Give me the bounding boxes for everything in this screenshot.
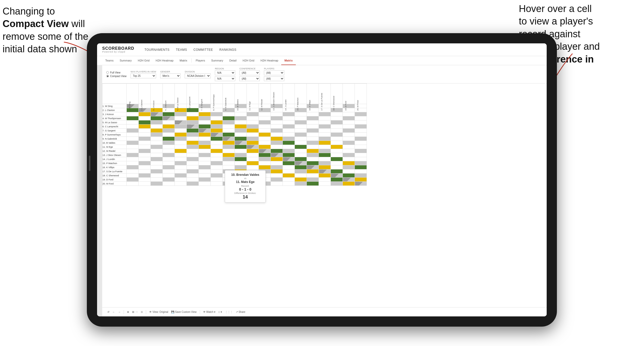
tab-summary-teams[interactable]: Summary (116, 56, 135, 65)
cell-17-18[interactable] (331, 169, 343, 174)
cell-10-6[interactable] (187, 141, 199, 145)
conference-select[interactable]: (All) (239, 70, 260, 75)
cell-11-1[interactable] (127, 145, 139, 149)
tab-h2h-heatmap-teams[interactable]: H2H Heatmap (153, 56, 177, 65)
cell-15-14[interactable] (283, 161, 295, 165)
cell-7-16[interactable] (307, 129, 319, 133)
cell-6-10[interactable] (235, 125, 247, 129)
tab-h2h-grid-players[interactable]: H2H Grid (240, 56, 257, 65)
cell-13-19[interactable] (343, 153, 355, 157)
cell-10-12[interactable] (259, 141, 271, 145)
cell-9-16[interactable] (307, 137, 319, 141)
cell-7-1[interactable] (127, 129, 139, 133)
cell-11-15[interactable] (295, 145, 307, 149)
cell-7-3[interactable] (151, 129, 163, 133)
add-btn[interactable]: ⊕ (127, 311, 129, 313)
tab-matrix-teams[interactable]: Matrix (177, 56, 190, 65)
cell-13-20[interactable] (355, 153, 367, 157)
share-panel-btn[interactable]: □ ▾ (218, 311, 222, 313)
cell-16-19[interactable] (343, 165, 355, 169)
cell-20-8[interactable] (211, 182, 223, 186)
cell-4-10[interactable] (235, 116, 247, 120)
cell-9-3[interactable] (151, 137, 163, 141)
cell-7-12[interactable] (259, 129, 271, 133)
cell-16-7[interactable] (199, 165, 211, 169)
cell-16-11[interactable] (247, 165, 259, 169)
cell-15-2[interactable] (139, 161, 151, 165)
cell-4-15[interactable] (295, 116, 307, 120)
cell-11-13[interactable] (271, 145, 283, 149)
cell-7-11[interactable] (247, 129, 259, 133)
cell-11-20[interactable] (355, 145, 367, 149)
cell-5-10[interactable] (235, 120, 247, 125)
cell-16-20[interactable] (355, 165, 367, 169)
watch-btn[interactable]: 👁 Watch ▾ (203, 311, 216, 313)
cell-18-3[interactable] (151, 174, 163, 178)
cell-18-2[interactable] (139, 174, 151, 178)
cell-9-10[interactable] (235, 137, 247, 141)
cell-16-15[interactable] (295, 165, 307, 169)
cell-10-18[interactable] (331, 141, 343, 145)
cell-14-10[interactable] (235, 157, 247, 161)
gender-select[interactable]: Men's (160, 73, 181, 78)
cell-15-10[interactable] (235, 161, 247, 165)
max-players-select[interactable]: Top 25 (131, 73, 156, 78)
cell-3-18[interactable] (331, 112, 343, 116)
cell-3-15[interactable] (295, 112, 307, 116)
region-select-2[interactable]: N/A (215, 76, 235, 81)
cell-20-3[interactable] (151, 182, 163, 186)
cell-4-16[interactable] (307, 116, 319, 120)
cell-17-7[interactable] (199, 169, 211, 174)
cell-8-1[interactable] (127, 133, 139, 137)
cell-6-19[interactable] (343, 125, 355, 129)
cell-7-10[interactable] (235, 129, 247, 133)
cell-6-8[interactable] (211, 125, 223, 129)
tab-matrix-players[interactable]: Matrix (281, 56, 296, 65)
cell-12-9[interactable] (223, 149, 235, 153)
cell-11-6[interactable] (187, 145, 199, 149)
cell-14-19[interactable] (343, 157, 355, 161)
cell-12-18[interactable] (331, 149, 343, 153)
cell-11-14[interactable] (283, 145, 295, 149)
cell-18-5[interactable] (175, 174, 187, 178)
cell-8-9[interactable] (223, 133, 235, 137)
cell-20-20[interactable] (355, 182, 367, 186)
cell-15-16[interactable] (307, 161, 319, 165)
cell-18-4[interactable] (163, 174, 175, 178)
cell-12-15[interactable] (295, 149, 307, 153)
cell-4-11[interactable] (247, 116, 259, 120)
cell-3-14[interactable] (283, 112, 295, 116)
cell-4-1[interactable] (127, 116, 139, 120)
cell-8-7[interactable] (199, 133, 211, 137)
cell-8-20[interactable] (355, 133, 367, 137)
cell-16-10[interactable] (235, 165, 247, 169)
cell-16-18[interactable] (331, 165, 343, 169)
cell-11-7[interactable] (199, 145, 211, 149)
cell-17-4[interactable] (163, 169, 175, 174)
cell-3-20[interactable] (355, 112, 367, 116)
cell-6-18[interactable] (331, 125, 343, 129)
cell-4-17[interactable] (319, 116, 331, 120)
cell-12-10[interactable] (235, 149, 247, 153)
cell-15-8[interactable] (211, 161, 223, 165)
cell-13-11[interactable] (247, 153, 259, 157)
nav-tournaments[interactable]: TOURNAMENTS (145, 48, 170, 52)
cell-9-1[interactable] (127, 137, 139, 141)
cell-11-11[interactable] (247, 145, 259, 149)
cell-9-11[interactable] (247, 137, 259, 141)
cell-15-13[interactable] (271, 161, 283, 165)
cell-10-20[interactable] (355, 141, 367, 145)
cell-14-6[interactable] (187, 157, 199, 161)
cell-20-14[interactable] (283, 182, 295, 186)
players-select-2[interactable]: (All) (264, 76, 284, 81)
cell-17-15[interactable] (295, 169, 307, 174)
cell-9-8[interactable] (211, 137, 223, 141)
cell-12-14[interactable] (283, 149, 295, 153)
cell-3-3[interactable] (151, 112, 163, 116)
cell-5-2[interactable] (139, 120, 151, 125)
cell-7-15[interactable] (295, 129, 307, 133)
cell-14-3[interactable] (151, 157, 163, 161)
cell-9-5[interactable] (175, 137, 187, 141)
cell-6-2[interactable] (139, 125, 151, 129)
cell-5-16[interactable] (307, 120, 319, 125)
